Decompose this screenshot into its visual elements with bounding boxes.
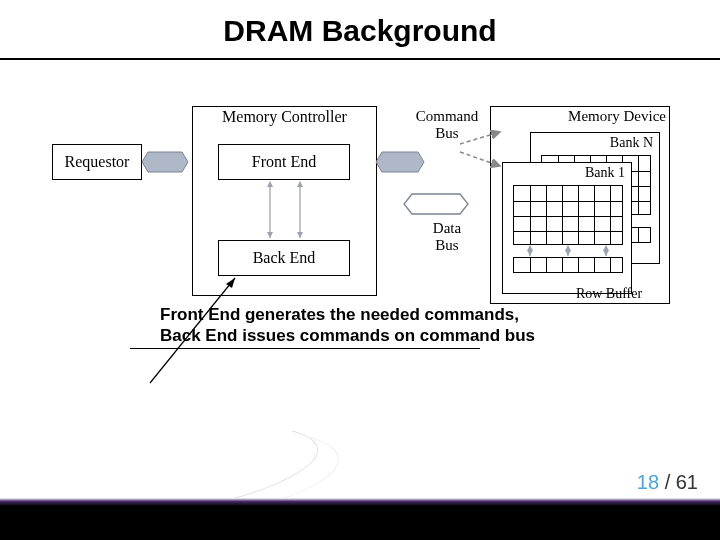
data-bus-label: Data Bus — [408, 220, 486, 255]
bank-1: Bank 1 — [502, 162, 632, 294]
memory-device-label: Memory Device — [496, 108, 666, 125]
back-end-box: Back End — [218, 240, 350, 276]
svg-marker-0 — [142, 152, 188, 172]
title-divider — [0, 58, 720, 60]
memory-controller-label: Memory Controller — [192, 108, 377, 126]
row-buffer-label: Row Buffer — [544, 286, 674, 302]
caption: Front End generates the needed commands,… — [160, 304, 535, 347]
page-total: 61 — [676, 471, 698, 493]
bank-n-label: Bank N — [610, 135, 653, 151]
page-current: 18 — [637, 471, 659, 493]
svg-marker-4 — [404, 194, 468, 214]
footer-bar — [0, 500, 720, 540]
requestor-box: Requestor — [52, 144, 142, 180]
bank-1-label: Bank 1 — [585, 165, 625, 181]
bank-1-grid — [513, 185, 623, 245]
bank-1-rowbuf — [513, 257, 623, 273]
caption-line-1: Front End generates the needed commands, — [160, 304, 535, 325]
page-sep: / — [659, 471, 676, 493]
front-end-box: Front End — [218, 144, 350, 180]
caption-underline — [130, 348, 480, 349]
page-number: 18 / 61 — [637, 471, 698, 494]
slide-title: DRAM Background — [0, 0, 720, 48]
command-bus-label: Command Bus — [408, 108, 486, 143]
svg-marker-1 — [376, 152, 424, 172]
caption-line-2: Back End issues commands on command bus — [160, 325, 535, 346]
